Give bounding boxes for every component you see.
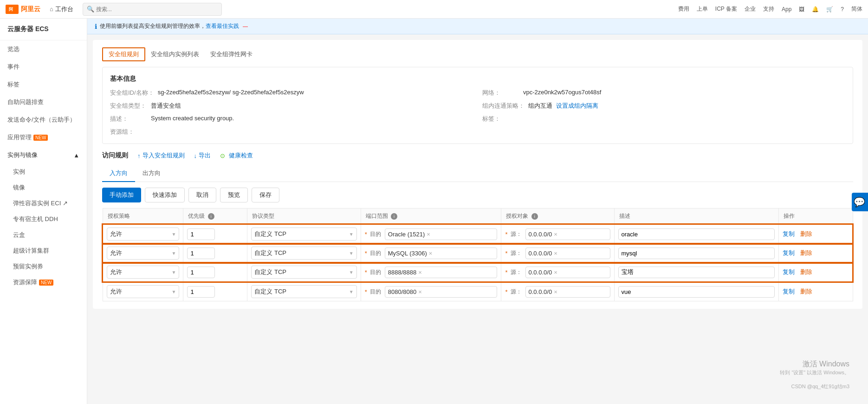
description-input[interactable]: [618, 228, 775, 240]
sidebar-sub-instances[interactable]: 实例: [0, 164, 87, 180]
navbar-support[interactable]: 支持: [763, 5, 774, 13]
navbar-order[interactable]: 上单: [697, 5, 708, 13]
delete-link[interactable]: 删除: [800, 230, 812, 237]
cell-operations: 复制 删除: [779, 244, 853, 263]
info-close[interactable]: —: [243, 24, 248, 29]
navbar-bell[interactable]: 🔔: [812, 6, 819, 13]
sidebar-item-tags[interactable]: 标签: [0, 76, 87, 93]
source-tag-close[interactable]: ×: [554, 288, 557, 295]
description-input[interactable]: [618, 286, 775, 298]
copy-link[interactable]: 复制: [783, 249, 795, 256]
source-tag-close[interactable]: ×: [554, 231, 557, 238]
priority-input[interactable]: [187, 228, 215, 240]
delete-link[interactable]: 删除: [800, 249, 812, 256]
sidebar-item-commands[interactable]: 发送命令/文件（云助手）: [0, 111, 87, 129]
sidebar-sub-eci[interactable]: 弹性容器实例 ECI ↗: [0, 195, 87, 211]
search-box[interactable]: 🔍: [83, 3, 222, 16]
cell-priority: [183, 282, 247, 301]
manual-add-button[interactable]: 手动添加: [102, 188, 141, 202]
source-tag-close[interactable]: ×: [554, 250, 557, 257]
description-input[interactable]: [618, 267, 775, 278]
port-tag-close[interactable]: ×: [427, 231, 430, 238]
cell-port: * 目的 8888/8888 ×: [361, 263, 501, 282]
navbar-icon1[interactable]: 🖼: [799, 6, 804, 13]
navbar-workbench[interactable]: ⌂ 工作台: [50, 5, 73, 13]
nav-elastic-nic[interactable]: 安全组弹性网卡: [205, 48, 258, 60]
nav-security-rules[interactable]: 安全组规则: [102, 47, 145, 61]
copy-link[interactable]: 复制: [783, 268, 795, 275]
navbar-cart[interactable]: 🛒: [826, 6, 833, 13]
sidebar-item-events[interactable]: 事件: [0, 58, 87, 76]
sidebar-sub-cloudbox[interactable]: 云盒: [0, 227, 87, 243]
info-link[interactable]: 查看最佳实践: [206, 22, 239, 30]
port-tag-close[interactable]: ×: [429, 250, 433, 257]
info-icon: ℹ: [95, 23, 97, 30]
navbar-app[interactable]: App: [782, 6, 791, 13]
policy-select[interactable]: 允许 ▼: [107, 247, 179, 260]
delete-link[interactable]: 删除: [800, 268, 812, 275]
quick-add-button[interactable]: 快速添加: [145, 188, 185, 202]
sidebar-section-instances[interactable]: 实例与镜像 ▲: [0, 146, 87, 164]
port-tag-close[interactable]: ×: [418, 269, 422, 276]
source-tag-close[interactable]: ×: [554, 269, 557, 276]
chat-bubble[interactable]: 💬: [852, 193, 868, 211]
required-mark: *: [505, 250, 507, 257]
auth-help-icon[interactable]: i: [531, 213, 538, 220]
protocol-select[interactable]: 自定义 TCP ▼: [251, 247, 356, 260]
priority-help-icon[interactable]: i: [208, 213, 214, 220]
tab-outbound[interactable]: 出方向: [135, 165, 168, 182]
sidebar-item-overview[interactable]: 览选: [0, 40, 87, 58]
policy-select[interactable]: 允许 ▼: [107, 266, 179, 279]
cell-auth: * 源： 0.0.0.0/0 ×: [501, 282, 614, 301]
sidebar-sub-resource[interactable]: 资源保障NEW: [0, 274, 87, 290]
navbar-help[interactable]: ?: [841, 6, 844, 13]
cell-port: * 目的 MySQL (3306) ×: [361, 244, 501, 263]
navbar-lang[interactable]: 简体: [851, 5, 862, 13]
copy-link[interactable]: 复制: [783, 230, 795, 237]
navbar-fee[interactable]: 费用: [678, 5, 689, 13]
sidebar-item-appmanage[interactable]: 应用管理NEW: [0, 129, 87, 146]
priority-input[interactable]: [187, 267, 215, 278]
navbar: 阿 阿里云 ⌂ 工作台 🔍 费用 上单 ICP 备案 企业 支持 App 🖼 🔔…: [0, 0, 868, 19]
delete-link[interactable]: 删除: [800, 288, 812, 295]
preview-button[interactable]: 预览: [220, 188, 248, 202]
copy-link[interactable]: 复制: [783, 288, 795, 295]
info-label-desc: 描述：: [110, 115, 147, 123]
logo[interactable]: 阿 阿里云: [6, 5, 40, 14]
navbar-right: 费用 上单 ICP 备案 企业 支持 App 🖼 🔔 🛒 ? 简体: [678, 5, 862, 13]
nav-instance-list[interactable]: 安全组内实例列表: [145, 48, 205, 60]
cell-policy: 允许 ▼: [103, 244, 183, 263]
direction-tabs: 入方向 出方向: [102, 165, 853, 182]
health-check-btn[interactable]: ⊙ 健康检查: [218, 151, 253, 160]
priority-input[interactable]: [187, 286, 215, 298]
port-help-icon[interactable]: i: [391, 213, 397, 220]
info-link-policy[interactable]: 设置成组内隔离: [556, 102, 598, 110]
protocol-select[interactable]: 自定义 TCP ▼: [251, 285, 356, 298]
sidebar-item-troubleshoot[interactable]: 自助问题排查: [0, 93, 87, 111]
description-input[interactable]: [618, 248, 775, 259]
search-input[interactable]: [96, 6, 218, 13]
export-btn[interactable]: ↓ 导出: [192, 151, 211, 160]
tab-inbound[interactable]: 入方向: [102, 165, 135, 182]
protocol-select[interactable]: 自定义 TCP ▼: [251, 266, 356, 279]
navbar-enterprise[interactable]: 企业: [745, 5, 756, 13]
navbar-icp[interactable]: ICP 备案: [715, 5, 737, 13]
policy-select[interactable]: 允许 ▼: [107, 228, 179, 241]
table-row: 允许 ▼ 自定义 TCP ▼ * 目的 MySQL (3306) × * 源： …: [103, 244, 853, 263]
cell-operations: 复制 删除: [779, 263, 853, 282]
policy-select[interactable]: 允许 ▼: [107, 285, 180, 298]
cell-port: * 目的 8080/8080 ×: [361, 282, 501, 301]
protocol-select[interactable]: 自定义 TCP ▼: [251, 228, 356, 241]
sidebar-sub-reserved[interactable]: 预留实例券: [0, 259, 87, 274]
section-nav: 安全组规则 安全组内实例列表 安全组弹性网卡: [102, 47, 853, 61]
save-button[interactable]: 保存: [252, 188, 279, 202]
port-tag-close[interactable]: ×: [418, 288, 422, 295]
sidebar-sub-ddh[interactable]: 专有宿主机 DDH: [0, 211, 87, 227]
cancel-button[interactable]: 取消: [188, 188, 216, 202]
sidebar-sub-hpc[interactable]: 超级计算集群: [0, 243, 87, 259]
cell-protocol: 自定义 TCP ▼: [247, 282, 361, 301]
priority-input[interactable]: [187, 248, 215, 259]
import-rules-btn[interactable]: ↑ 导入安全组规则: [136, 151, 185, 160]
source-input-wrap: 0.0.0.0/0 ×: [525, 248, 610, 259]
sidebar-sub-images[interactable]: 镜像: [0, 180, 87, 195]
